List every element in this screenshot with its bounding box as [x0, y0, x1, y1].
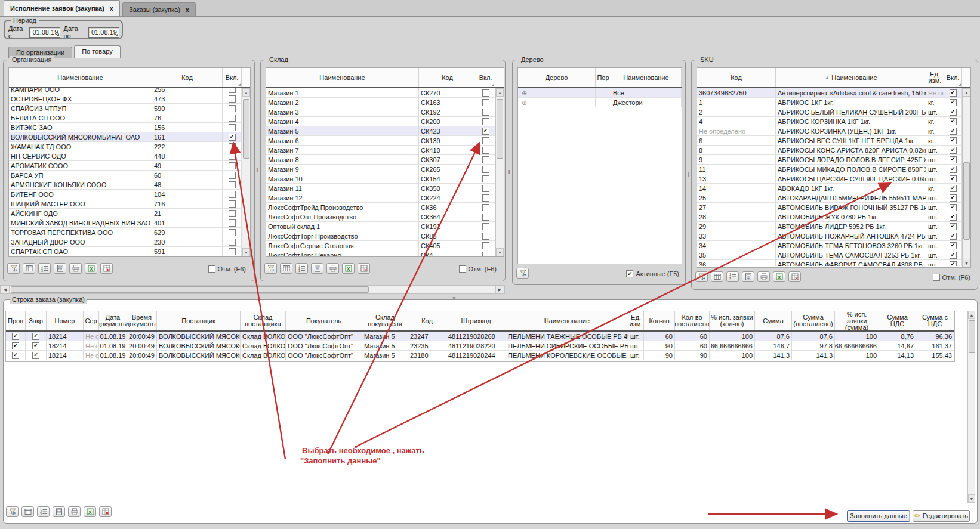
row-checkbox[interactable] — [229, 200, 236, 208]
table-row[interactable]: Магазин 10СК154 — [266, 174, 495, 184]
column-header[interactable]: Номер — [47, 311, 84, 330]
column-setup-button[interactable] — [788, 271, 801, 282]
column-setup-button[interactable] — [358, 263, 370, 274]
table-row[interactable]: 18214Не о01.08.1920:00:49ВОЛКОВЫССКИЙ МЯ… — [6, 351, 954, 360]
row-checkbox[interactable] — [229, 134, 236, 141]
column-header[interactable]: Код — [152, 68, 223, 87]
scroll-down-icon[interactable]: ▼ — [968, 494, 975, 503]
column-header[interactable]: Наименование — [266, 68, 419, 87]
table-row[interactable]: ШАЦКИЙ МАСТЕР ООО716 — [9, 199, 242, 209]
sklad-otm-check[interactable]: Отм. (F6) — [459, 265, 497, 273]
table-row[interactable]: ЛюксСофтОпт ПроизводствоСК364 — [266, 212, 495, 222]
row-checkbox[interactable] — [950, 118, 957, 125]
table-row[interactable]: 33АВТОМОБИЛЬ ПОЖАРНЫЙ АНТОШКА 4724 РБшт. — [697, 231, 962, 241]
expand-icon[interactable]: ⊕ — [522, 98, 527, 107]
numbering-button[interactable]: 123 — [38, 263, 51, 274]
otm-checkbox[interactable] — [208, 265, 215, 273]
row-checkbox[interactable] — [482, 99, 489, 106]
scrollbar-thumb[interactable] — [963, 162, 970, 240]
table-row[interactable]: ВИТЭКС ЗАО156 — [9, 123, 242, 132]
table-row[interactable]: Магазин 1СК270 — [266, 88, 495, 98]
row-checkbox[interactable] — [229, 95, 236, 103]
scroll-down-icon[interactable]: ▼ — [496, 248, 504, 256]
calculator-button[interactable] — [742, 271, 754, 282]
table-row[interactable]: Магазин 11СК350 — [266, 184, 495, 193]
row-checkbox[interactable] — [950, 233, 957, 240]
scroll-right-icon[interactable]: ▶ — [495, 286, 504, 293]
column-header[interactable]: % исп. заявки (сумма) — [835, 311, 879, 330]
column-header[interactable]: Сумма — [755, 311, 792, 330]
row-checkbox[interactable] — [229, 210, 236, 217]
column-header[interactable]: Вкл. — [223, 68, 242, 87]
numbering-button[interactable]: 123 — [726, 271, 739, 282]
column-header[interactable]: Склад поставщика — [241, 311, 286, 330]
row-checkbox[interactable] — [950, 128, 957, 135]
table-row[interactable]: ЖАМАНАК ТД ООО222 — [9, 142, 242, 151]
row-checkbox[interactable] — [950, 175, 957, 182]
table-row[interactable]: 2АБРИКОС БЕЛЫЙ ПЕЛИКАН СУШЕНЫЙ 200Г Бшт. — [697, 107, 962, 117]
column-header[interactable]: Дата документа — [99, 311, 127, 330]
row-checkbox[interactable] — [482, 175, 489, 182]
export-excel-button[interactable]: X — [84, 506, 96, 517]
calculator-button[interactable] — [311, 263, 323, 274]
column-header[interactable]: Склад покупателя — [362, 311, 408, 330]
scroll-up-icon[interactable]: ▲ — [242, 88, 250, 97]
row-checkbox[interactable] — [950, 99, 957, 106]
table-row[interactable]: СПАЙСИЗ ЧТПУП590 — [9, 104, 242, 113]
table-row[interactable]: МИНСКИЙ ЗАВОД ВИНОГРАДНЫХ ВИН ЗАО401 — [9, 218, 242, 228]
row-checkbox[interactable] — [229, 239, 236, 246]
calculator-button[interactable] — [53, 506, 65, 517]
row-checkbox[interactable] — [229, 88, 236, 93]
row-checkbox[interactable] — [229, 181, 236, 188]
org-otm-check[interactable]: Отм. (F6) — [208, 265, 246, 273]
table-row[interactable]: 25АВТОКАРАНДАШ 0.5ММ+ГРИФЕЛЬ 559511 МАРш… — [697, 193, 962, 203]
column-header[interactable]: Дерево — [518, 68, 596, 87]
table-row[interactable]: Магазин 8СК307 — [266, 155, 495, 165]
row-checkbox[interactable] — [482, 156, 489, 163]
column-header[interactable]: Сер — [84, 311, 99, 330]
table-row[interactable]: 13АБРИКОСЫ ЦАРСКИЕ СУШ.90Г ЦАРСКИЕ 0.09к… — [697, 174, 962, 184]
table-row[interactable]: 29АВТОМОБИЛЬ ЛИДЕР 5952 РБ 1кг.шт. — [697, 222, 962, 231]
row-checkbox[interactable] — [229, 191, 236, 198]
export-excel-button[interactable]: X — [773, 271, 785, 282]
row-checkbox[interactable] — [229, 124, 236, 131]
sku-otm-check[interactable]: Отм. (F6) — [933, 274, 970, 281]
column-header[interactable]: Сумма с НДС — [916, 311, 954, 330]
table-row[interactable]: Магазин 9СК265 — [266, 165, 495, 174]
expand-icon[interactable]: ⊕ — [522, 89, 527, 97]
row-checkbox[interactable] — [950, 194, 957, 202]
table-row[interactable]: Магазин 2СК163 — [266, 98, 495, 107]
row-checkbox[interactable] — [229, 219, 236, 227]
row-checkbox[interactable] — [482, 128, 489, 135]
column-header[interactable]: Наименование — [9, 68, 152, 87]
column-header[interactable]: Код — [408, 311, 446, 330]
fill-data-button[interactable]: Заполнить данные — [847, 510, 910, 522]
print-button[interactable] — [757, 271, 770, 282]
row-checkbox[interactable] — [950, 223, 957, 230]
row-checkbox[interactable] — [482, 233, 489, 240]
row-checkbox[interactable] — [482, 194, 489, 202]
table-row[interactable]: Магазин 3СК192 — [266, 107, 495, 117]
row-checkbox[interactable] — [12, 342, 19, 349]
column-header[interactable]: Вкл. — [476, 68, 495, 87]
row-checkbox[interactable] — [950, 242, 957, 249]
scroll-left-icon[interactable]: ◀ — [1, 286, 10, 293]
column-setup-button[interactable] — [100, 263, 113, 274]
column-header[interactable]: Пров — [6, 311, 26, 330]
table-row[interactable]: 8АБРИКОСЫ КОНС.АРИСТА 820Г АРИСТА 0.82кг… — [697, 146, 962, 155]
horizontal-scrollbar[interactable]: ◀ ▶ — [0, 285, 505, 294]
column-header[interactable]: Кол-во — [644, 311, 675, 330]
active-checkbox[interactable] — [626, 270, 633, 277]
columns-button[interactable] — [21, 506, 34, 517]
row-checkbox[interactable] — [950, 261, 957, 267]
tab-close-icon[interactable]: x — [110, 5, 113, 11]
column-header[interactable]: Ед. изм. — [926, 68, 944, 87]
row-checkbox[interactable] — [32, 333, 39, 340]
splitter-handle[interactable]: ‖ — [686, 60, 691, 290]
column-header[interactable]: Кол-во (поставлено) — [675, 311, 710, 330]
column-header[interactable]: Штрихкод — [446, 311, 506, 330]
row-checkbox[interactable] — [482, 147, 489, 154]
org-scrollbar[interactable]: ▲ ▼ — [242, 88, 250, 256]
row-checkbox[interactable] — [950, 109, 957, 116]
tab-ispolnenie-zayavok[interactable]: Исполнение заявок (закупка) x — [4, 0, 120, 16]
